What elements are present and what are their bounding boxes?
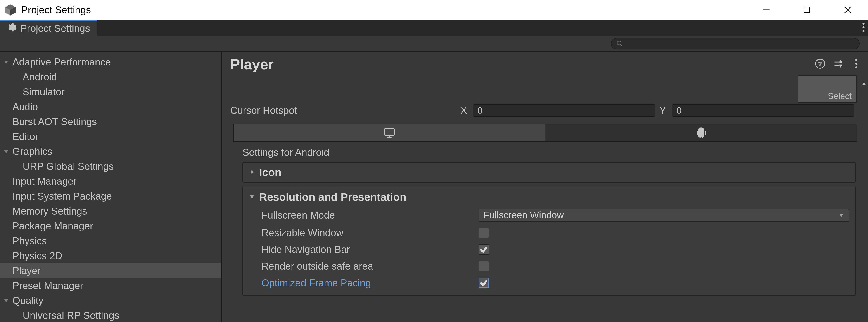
hide-nav-bar-checkbox[interactable] [478, 244, 489, 255]
cursor-hotspot-x-input[interactable]: 0 [473, 104, 655, 116]
optimized-frame-pacing-label: Optimized Frame Pacing [261, 277, 478, 289]
sidebar-item-preset-manager[interactable]: Preset Manager [0, 278, 221, 293]
sidebar-item-universal-rp-settings[interactable]: Universal RP Settings [0, 308, 221, 322]
tab-label: Project Settings [20, 23, 90, 34]
svg-marker-21 [862, 82, 866, 85]
sidebar-item-label: URP Global Settings [23, 161, 114, 172]
fullscreen-mode-dropdown[interactable]: Fullscreen Window [478, 209, 849, 222]
cursor-hotspot-label: Cursor Hotspot [230, 105, 456, 116]
optimized-frame-pacing-checkbox[interactable] [478, 278, 489, 288]
unity-icon [4, 4, 17, 16]
sidebar-item-graphics[interactable]: Graphics [0, 144, 221, 159]
chevron-down-icon [249, 194, 255, 200]
search-input[interactable] [611, 38, 860, 49]
close-button[interactable] [827, 0, 868, 20]
chevron-down-icon [839, 213, 844, 218]
sidebar-item-label: Simulator [23, 86, 65, 98]
svg-point-20 [855, 66, 857, 68]
sidebar-item-urp-global-settings[interactable]: URP Global Settings [0, 159, 221, 174]
panel-menu-button[interactable] [851, 59, 861, 70]
foldout-resolution-title: Resolution and Presentation [259, 191, 406, 203]
sidebar-item-player[interactable]: Player [0, 263, 221, 278]
svg-rect-5 [804, 7, 810, 13]
render-outside-safe-label: Render outside safe area [261, 260, 478, 272]
svg-point-10 [862, 30, 864, 32]
foldout-icon-title: Icon [259, 166, 282, 179]
platform-tab-strip [234, 124, 857, 142]
scroll-up-marker[interactable] [861, 77, 867, 91]
sidebar-item-label: Graphics [12, 146, 52, 157]
sidebar-item-physics-2d[interactable]: Physics 2D [0, 248, 221, 263]
android-icon [695, 127, 707, 139]
texture-select-box[interactable]: Select [798, 75, 857, 103]
svg-point-8 [862, 23, 864, 25]
sidebar-item-input-manager[interactable]: Input Manager [0, 174, 221, 189]
render-outside-safe-row: Render outside safe area [249, 260, 849, 272]
sidebar-item-label: Player [12, 265, 41, 276]
sidebar-item-adaptive-performance[interactable]: Adaptive Performance [0, 55, 221, 70]
sidebar-item-label: Editor [12, 131, 38, 142]
sidebar-item-label: Universal RP Settings [23, 310, 119, 321]
tab-bar: Project Settings [0, 20, 868, 36]
svg-text:?: ? [818, 60, 822, 68]
resizable-window-row: Resizable Window [249, 227, 849, 239]
help-icon[interactable]: ? [815, 59, 825, 70]
svg-point-18 [855, 59, 857, 61]
foldout-resolution-header[interactable]: Resolution and Presentation [249, 191, 849, 203]
cursor-hotspot-x-label: X [461, 105, 467, 116]
platform-tab-standalone[interactable] [234, 124, 546, 141]
hide-nav-bar-row: Hide Navigation Bar [249, 244, 849, 255]
tab-menu-button[interactable] [862, 22, 865, 33]
sidebar-item-input-system-package[interactable]: Input System Package [0, 189, 221, 204]
window-title: Project Settings [21, 4, 91, 15]
check-icon [480, 246, 488, 253]
render-outside-safe-checkbox[interactable] [478, 261, 489, 272]
sidebar-item-label: Physics 2D [12, 250, 62, 261]
presets-icon[interactable] [833, 59, 843, 70]
sidebar-item-label: Memory Settings [12, 206, 87, 217]
sidebar-item-label: Package Manager [12, 220, 93, 232]
sidebar-item-burst-aot-settings[interactable]: Burst AOT Settings [0, 114, 221, 129]
tab-project-settings[interactable]: Project Settings [0, 20, 97, 36]
sidebar-item-android[interactable]: Android [0, 70, 221, 84]
svg-marker-12 [4, 150, 8, 153]
platform-tab-android[interactable] [546, 124, 857, 141]
svg-rect-17 [839, 65, 842, 66]
optimized-frame-pacing-row: Optimized Frame Pacing [249, 277, 849, 289]
settings-sidebar: Adaptive PerformanceAndroidSimulatorAudi… [0, 52, 222, 322]
fullscreen-mode-label: Fullscreen Mode [261, 210, 478, 221]
foldout-resolution: Resolution and Presentation Fullscreen M… [243, 187, 856, 296]
foldout-icon[interactable]: Icon [243, 162, 856, 183]
sidebar-item-quality[interactable]: Quality [0, 293, 221, 308]
sidebar-item-simulator[interactable]: Simulator [0, 84, 221, 99]
gear-icon [7, 22, 17, 35]
sidebar-item-package-manager[interactable]: Package Manager [0, 219, 221, 234]
svg-rect-16 [839, 61, 842, 63]
select-label: Select [828, 92, 852, 101]
svg-rect-22 [385, 129, 394, 135]
cursor-hotspot-y-input[interactable]: 0 [672, 104, 855, 116]
settings-main-panel: Player ? Select Cursor Hotspot X 0 Y 0 [222, 52, 868, 322]
sidebar-item-label: Android [23, 71, 57, 83]
search-icon [616, 40, 623, 47]
maximize-button[interactable] [786, 0, 827, 20]
monitor-icon [383, 127, 395, 139]
svg-point-9 [862, 26, 864, 28]
cursor-hotspot-row: Cursor Hotspot X 0 Y 0 [230, 104, 868, 116]
settings-for-label: Settings for Android [243, 147, 868, 158]
sidebar-item-memory-settings[interactable]: Memory Settings [0, 204, 221, 219]
hide-nav-bar-label: Hide Navigation Bar [261, 244, 478, 255]
svg-marker-13 [4, 299, 8, 302]
svg-marker-11 [4, 61, 8, 64]
svg-marker-27 [839, 214, 843, 217]
sidebar-item-label: Physics [12, 235, 47, 247]
sidebar-item-label: Audio [12, 101, 38, 112]
chevron-down-icon [3, 149, 9, 154]
minimize-button[interactable] [746, 0, 786, 20]
sidebar-item-editor[interactable]: Editor [0, 129, 221, 144]
resizable-window-checkbox[interactable] [478, 227, 489, 238]
sidebar-item-audio[interactable]: Audio [0, 99, 221, 114]
svg-point-19 [855, 63, 857, 65]
svg-marker-25 [251, 170, 254, 174]
sidebar-item-physics[interactable]: Physics [0, 234, 221, 248]
